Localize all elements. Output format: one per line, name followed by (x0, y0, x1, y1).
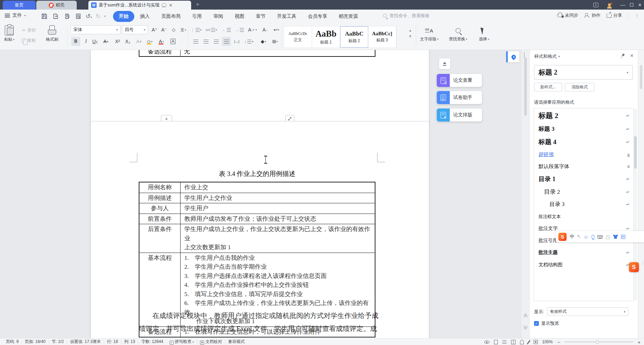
current-style-select[interactable]: 标题 2▾ (534, 65, 633, 80)
floating-tool-button[interactable]: 试卷助手 (437, 91, 482, 104)
style-list-item[interactable]: 批注框文本 (534, 210, 633, 222)
previous-page-button[interactable] (524, 314, 527, 319)
style-gallery-item[interactable]: AaBbC 标题 2 (340, 26, 368, 48)
increase-indent-button[interactable]: → (235, 25, 244, 34)
new-style-button[interactable]: 新样式... (534, 83, 562, 91)
new-tab-button[interactable]: + (196, 1, 199, 8)
close-panel-icon[interactable]: ✕ (630, 53, 634, 58)
page-current[interactable]: 表 3.4 作业上交的用例描述 用例名称 作业上交 用例描述 学生用户上交作业 … (90, 121, 429, 338)
decrease-font-icon[interactable]: A⁻ (160, 25, 169, 34)
web-view-icon[interactable] (520, 340, 524, 344)
copy-button[interactable]: 复制 (22, 38, 36, 43)
minimize-button[interactable]: — (619, 0, 627, 10)
style-list-item[interactable]: 标题 4 ↵ (534, 135, 633, 149)
badge-dots-icon[interactable]: ⋮ (641, 261, 644, 265)
select-tool-button[interactable]: 选择▾ (479, 26, 489, 42)
sogou-logo-icon[interactable]: S (558, 233, 567, 241)
line-spacing-button[interactable]: ↕▾ (245, 37, 253, 46)
align-right-button[interactable] (212, 37, 221, 46)
eye-protect-icon[interactable] (484, 341, 490, 344)
tab-docer[interactable]: 稻壳 (36, 1, 77, 10)
numbered-list-button[interactable]: 123▾ (206, 25, 217, 34)
search-input[interactable] (389, 13, 454, 18)
more-menu-icon[interactable]: ⋮ (635, 13, 639, 18)
style-list-item[interactable]: 标题 3 ↵ (534, 123, 633, 135)
pin-panel-icon[interactable] (621, 54, 625, 58)
next-page-button[interactable] (524, 324, 527, 329)
style-gallery-item[interactable]: AaBbCcDc 正文 (284, 26, 312, 48)
align-center-button[interactable] (201, 37, 210, 46)
cut-button[interactable]: ✂剪切 (22, 27, 36, 33)
char-border-button[interactable]: A (169, 37, 177, 46)
collaborate-button[interactable]: 协作 (584, 12, 600, 18)
close-window-button[interactable]: ✕ (636, 0, 644, 10)
print-button[interactable] (63, 12, 71, 20)
ribbon-tab[interactable]: 引用 (186, 11, 208, 22)
clear-format-icon[interactable]: ◇ (169, 25, 178, 34)
zoom-slider[interactable] (565, 342, 633, 342)
increase-font-icon[interactable]: A⁺ (150, 25, 159, 34)
italic-button[interactable]: I (82, 37, 90, 46)
clear-format-button[interactable]: 清除格式 (565, 83, 594, 91)
scrollbar-thumb[interactable] (524, 58, 527, 116)
style-list-item[interactable]: 目录 3 ↵ (534, 198, 633, 210)
phonetic-guide-icon[interactable]: 文▾ (179, 25, 188, 34)
emoji-icon[interactable]: ☺ (583, 234, 588, 240)
font-color-button[interactable]: A▾ (157, 37, 166, 46)
collapse-tools-button[interactable] (439, 58, 450, 69)
bullet-list-button[interactable]: ⋮▾ (191, 25, 201, 34)
panel-right-rail[interactable] (638, 50, 644, 338)
ribbon-tab[interactable]: 插入 (134, 11, 156, 22)
proofing-toggle[interactable]: ✕文档校对 (197, 339, 225, 345)
zoom-level-label[interactable]: 100% (542, 340, 553, 344)
maximize-button[interactable] (628, 0, 636, 10)
undo-button[interactable]: ↺▾ (86, 13, 92, 20)
ribbon-tab[interactable]: 开发工具 (271, 11, 302, 22)
file-menu-button[interactable]: 文件 ▾ (5, 12, 26, 18)
subscript-button[interactable]: X₂ (123, 37, 132, 46)
style-gallery-item[interactable]: AaBb 标题 1 (312, 26, 340, 48)
strikethrough-button[interactable]: A▾ (101, 37, 110, 46)
ribbon-tab[interactable]: 开始 (113, 11, 134, 22)
ribbon-tab[interactable]: 页面布局 (156, 11, 186, 22)
spell-check-toggle[interactable]: ✓拼写检查 ▾ (166, 339, 197, 345)
fit-page-icon[interactable] (534, 340, 538, 344)
underline-button[interactable]: U▾ (90, 37, 99, 46)
multi-page-view-icon[interactable] (511, 340, 516, 344)
sort-button[interactable]: A↓ (261, 25, 270, 34)
share-button[interactable]: 分享 (607, 12, 622, 18)
zoom-out-button[interactable]: − (557, 339, 560, 345)
text-layout-button[interactable]: A 文字排版▾ (420, 26, 438, 42)
style-list-item[interactable]: 目录 2 ↵ (534, 186, 633, 198)
document-scrollbar[interactable] (521, 50, 529, 338)
show-filter-select[interactable]: 有效样式▾ (547, 307, 629, 316)
paste-button[interactable]: 粘贴▾ (4, 25, 14, 42)
floating-tool-button[interactable]: 论文查重 (437, 74, 482, 87)
ribbon-tab[interactable]: 稻壳资源 (333, 11, 364, 22)
ime-toolbar[interactable]: S 中 °· ☺ ◳ (556, 231, 644, 242)
export-button[interactable] (52, 12, 59, 20)
save-button[interactable] (40, 12, 48, 20)
decrease-indent-button[interactable]: ← (222, 25, 231, 34)
tab-document[interactable]: W 基于ssm作业...系统设计与实现 ✕ (88, 1, 191, 10)
ribbon-tab[interactable]: 章节 (250, 11, 271, 22)
command-search[interactable] (383, 13, 454, 18)
font-size-select[interactable]: 四号▾ (122, 25, 148, 34)
close-tab-icon[interactable]: ✕ (169, 3, 173, 8)
style-list-item[interactable]: 默认段落字体 a (534, 161, 633, 172)
window-list-button[interactable]: 1 (591, 0, 600, 10)
bold-button[interactable]: B (71, 37, 80, 46)
shading-button[interactable]: ◆▾ (259, 37, 268, 46)
zoom-in-button[interactable]: + (637, 339, 641, 345)
font-family-select[interactable]: 宋体▾ (71, 25, 121, 34)
text-effects-button[interactable]: A↗▾ (248, 25, 257, 34)
ribbon-tab[interactable]: 视图 (229, 11, 250, 22)
style-list-item[interactable]: 批注主题 ↵ (534, 246, 633, 259)
ink-tool-icon[interactable] (527, 340, 530, 344)
superscript-button[interactable]: X² (113, 37, 122, 46)
grid-icon[interactable] (621, 235, 625, 239)
panel-title[interactable]: 样式和格式▾ (534, 53, 560, 60)
show-marks-button[interactable]: ↩▾ (272, 25, 281, 34)
skin-icon[interactable] (613, 235, 618, 239)
outline-view-icon[interactable] (502, 340, 507, 344)
